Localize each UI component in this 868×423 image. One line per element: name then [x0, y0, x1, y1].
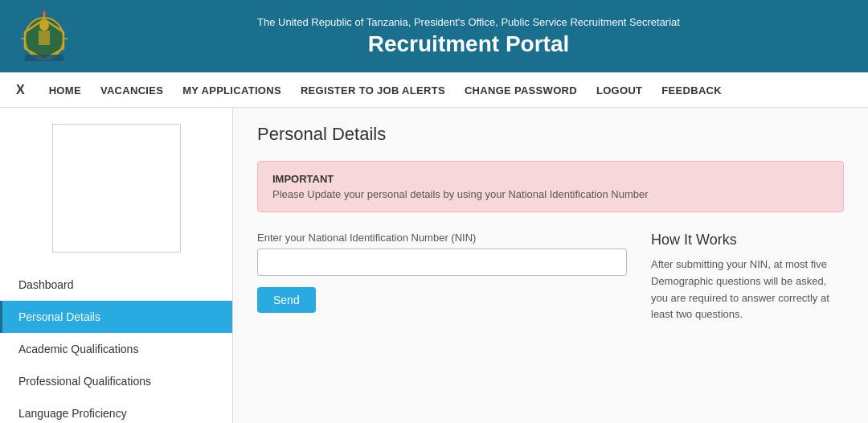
sidebar-item-label-academic-qualifications: Academic Qualifications	[18, 343, 138, 355]
sidebar-item-academic-qualifications[interactable]: Academic Qualifications	[0, 333, 232, 365]
nav-link-my-applications[interactable]: MY APPLICATIONS	[182, 84, 281, 97]
sidebar-item-professional-qualifications[interactable]: Professional Qualifications	[0, 365, 232, 397]
nin-input[interactable]	[257, 248, 627, 276]
sidebar-item-label-language-proficiency: Language Proficiency	[18, 407, 127, 420]
how-it-works-description: After submitting your NIN, at most five …	[651, 257, 844, 323]
header-text-block: The United Republic of Tanzania, Preside…	[85, 16, 852, 57]
page-header: The United Republic of Tanzania, Preside…	[0, 0, 868, 72]
nav-item-vacancies[interactable]: VACANCIES	[100, 84, 163, 97]
nav-link-vacancies[interactable]: VACANCIES	[100, 84, 163, 97]
important-text: Please Update your personal details by u…	[272, 188, 829, 200]
close-button[interactable]: X	[16, 83, 25, 97]
header-title: Recruitment Portal	[85, 31, 852, 57]
page-title: Personal Details	[257, 124, 844, 145]
nav-link-logout[interactable]: LOGOUT	[596, 84, 642, 97]
form-section: Enter your National Identification Numbe…	[257, 232, 844, 323]
how-it-works-title: How It Works	[651, 232, 844, 248]
nav-link-feedback[interactable]: FEEDBACK	[661, 84, 722, 97]
svg-point-3	[39, 21, 49, 31]
nav-link-home[interactable]: HOME	[49, 84, 81, 97]
header-subtitle: The United Republic of Tanzania, Preside…	[85, 16, 852, 28]
nav-links-list: HOME VACANCIES MY APPLICATIONS REGISTER …	[49, 84, 722, 97]
svg-rect-2	[39, 31, 50, 45]
sidebar-item-language-proficiency[interactable]: Language Proficiency	[0, 397, 232, 423]
sidebar-logo-box	[52, 124, 181, 253]
send-button[interactable]: Send	[257, 287, 316, 313]
sidebar-nav: Dashboard Personal Details Academic Qual…	[0, 269, 232, 423]
sidebar-item-label-professional-qualifications: Professional Qualifications	[18, 375, 151, 388]
main-content: Personal Details IMPORTANT Please Update…	[233, 108, 868, 423]
nav-item-register-alerts[interactable]: REGISTER TO JOB ALERTS	[301, 84, 445, 97]
nav-link-change-password[interactable]: CHANGE PASSWORD	[465, 84, 577, 97]
nav-item-feedback[interactable]: FEEDBACK	[661, 84, 722, 97]
main-navbar: X HOME VACANCIES MY APPLICATIONS REGISTE…	[0, 72, 868, 108]
nav-item-change-password[interactable]: CHANGE PASSWORD	[465, 84, 577, 97]
nav-item-my-applications[interactable]: MY APPLICATIONS	[182, 84, 281, 97]
nin-label: Enter your National Identification Numbe…	[257, 232, 627, 244]
important-label: IMPORTANT	[272, 173, 829, 185]
how-it-works-panel: How It Works After submitting your NIN, …	[651, 232, 844, 323]
svg-marker-5	[42, 10, 47, 14]
sidebar-item-label-personal-details: Personal Details	[18, 310, 100, 323]
form-left: Enter your National Identification Numbe…	[257, 232, 627, 313]
important-notice-box: IMPORTANT Please Update your personal de…	[257, 161, 844, 212]
coat-of-arms-logo	[16, 8, 72, 64]
sidebar-item-dashboard[interactable]: Dashboard	[0, 269, 232, 301]
sidebar: Dashboard Personal Details Academic Qual…	[0, 108, 233, 423]
nav-link-register-alerts[interactable]: REGISTER TO JOB ALERTS	[301, 84, 445, 97]
svg-rect-6	[25, 55, 63, 61]
sidebar-item-label-dashboard: Dashboard	[18, 278, 74, 291]
sidebar-item-personal-details[interactable]: Personal Details	[0, 301, 232, 333]
nav-item-logout[interactable]: LOGOUT	[596, 84, 642, 97]
main-layout: Dashboard Personal Details Academic Qual…	[0, 108, 868, 423]
nav-item-home[interactable]: HOME	[49, 84, 81, 97]
